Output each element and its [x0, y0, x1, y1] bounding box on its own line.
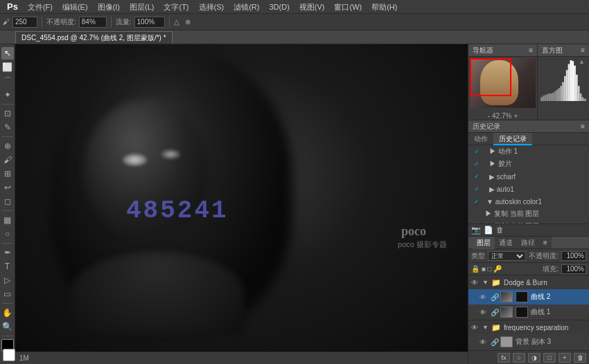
delete-history-icon[interactable]: 🗑 — [496, 226, 504, 235]
tool-select-rect[interactable]: ⬜ — [1, 61, 14, 73]
tab-actions[interactable]: 动作 — [468, 133, 493, 145]
menu-view[interactable]: 视图(V) — [295, 0, 329, 14]
tool-move[interactable]: ↖ — [1, 47, 14, 60]
menu-ps[interactable]: Ps — [3, 0, 22, 14]
histogram-header: 直方图 ≡ — [538, 44, 589, 57]
tool-hand[interactable]: ✋ — [1, 307, 14, 319]
layer-mask-button[interactable]: ○ — [513, 353, 525, 363]
history-label: ▼ autoskin color1 — [486, 198, 542, 206]
check-icon: ✓ — [474, 148, 481, 155]
tool-crop[interactable]: ⊡ — [1, 107, 14, 120]
menu-edit[interactable]: 编辑(E) — [58, 0, 92, 14]
history-label: ▶ scharf — [489, 173, 516, 181]
menu-image[interactable]: 图像(I) — [94, 0, 124, 14]
blend-mode-label: 类型 — [471, 251, 485, 261]
flow-input[interactable] — [134, 17, 165, 28]
history-item-auto1[interactable]: ✓ ▶ auto1 — [468, 183, 589, 195]
tab-paths[interactable]: 路径 — [517, 237, 539, 249]
tab-layers[interactable]: 图层 — [473, 237, 495, 249]
check-icon: ✓ — [474, 161, 481, 167]
new-layer-button[interactable]: + — [559, 353, 571, 363]
file-tab-active[interactable]: DSC_4554.psd @ 42.7% (曲线 2, 图层蒙版/*) * — [15, 31, 173, 44]
tool-eraser[interactable]: ◻ — [1, 195, 14, 208]
layer-fx-button[interactable]: fx — [498, 353, 510, 363]
layer-adjustment-button[interactable]: ◑ — [528, 353, 540, 363]
blend-mode-select[interactable]: 正常 — [488, 251, 526, 261]
tool-sep-2 — [2, 136, 13, 137]
eye-icon[interactable]: 👁 — [480, 293, 488, 301]
svg-rect-0 — [540, 98, 543, 101]
tool-sep-4 — [2, 243, 13, 244]
histogram-menu-icon[interactable]: ≡ — [581, 46, 585, 54]
tool-text[interactable]: T — [1, 260, 14, 273]
tool-eyedropper[interactable]: ✎ — [1, 121, 14, 134]
brush-size-input[interactable] — [12, 17, 37, 28]
menu-file[interactable]: 文件(F) — [24, 0, 57, 14]
layer-item-curve1[interactable]: 👁 🔗 曲线 1 — [468, 304, 589, 320]
layer-item-curve2[interactable]: 👁 🔗 曲线 2 — [468, 289, 589, 304]
svg-rect-2 — [545, 95, 547, 101]
eye-icon[interactable]: 👁 — [480, 338, 488, 346]
history-item-copy1[interactable]: ▶ 复制 当前 图层 — [468, 208, 589, 220]
layer-group-button[interactable]: □ — [543, 353, 556, 363]
toolbar-sep-2 — [111, 17, 112, 28]
folder-icon: 📁 — [491, 278, 501, 287]
menu-window[interactable]: 窗口(W) — [330, 0, 366, 14]
layer-item-bg-copy3[interactable]: 👁 🔗 背景 副本 3 — [468, 334, 589, 349]
history-actions: 📷 📄 🗑 — [471, 226, 504, 235]
tool-pen[interactable]: ✒ — [1, 246, 14, 259]
new-document-icon[interactable]: 📄 — [484, 226, 493, 235]
toolbar: 🖌 不透明度: 流量: △ ⊕ — [0, 14, 589, 30]
navigator-menu-icon[interactable]: ≡ — [529, 46, 533, 54]
svg-rect-6 — [552, 93, 554, 101]
layer-group-dodge-burn-header[interactable]: 👁 ▼ 📁 Dodge & Burn — [468, 275, 589, 289]
new-snapshot-icon[interactable]: 📷 — [471, 226, 481, 235]
tool-magic-wand[interactable]: ✦ — [1, 89, 14, 101]
history-item-film[interactable]: ✓ ▶ 胶片 — [468, 158, 589, 170]
history-header: 历史记录 ≡ — [468, 120, 589, 133]
eye-icon[interactable]: 👁 — [471, 279, 480, 286]
layers-panel-menu[interactable]: ≡ — [539, 237, 552, 248]
tool-lasso[interactable]: ⌒ — [1, 75, 14, 87]
tool-dodge[interactable]: ○ — [1, 228, 14, 240]
history-title: 历史记录 — [473, 122, 500, 131]
tool-path-select[interactable]: ▷ — [1, 274, 14, 286]
layer-group-freq-sep-header[interactable]: 👁 ▼ 📁 frequency separation — [468, 320, 589, 334]
layer-thumb — [500, 307, 513, 318]
eye-icon[interactable]: 👁 — [471, 324, 480, 331]
menu-select[interactable]: 选择(S) — [195, 0, 229, 14]
history-item-scharf[interactable]: ✓ ▶ scharf — [468, 170, 589, 183]
svg-rect-9 — [558, 88, 560, 101]
menu-help[interactable]: 帮助(H) — [367, 0, 401, 14]
tool-shape[interactable]: ▭ — [1, 288, 14, 300]
eye-icon[interactable]: 👁 — [480, 309, 488, 316]
history-label: ▶ 复制 当前 图层 — [485, 209, 539, 219]
background-color[interactable] — [3, 349, 15, 361]
tool-gradient[interactable]: ▦ — [1, 214, 14, 226]
group-name: frequency separation — [504, 324, 568, 331]
opacity-row: 🔒 ■ □ 🔑 填充: — [468, 263, 589, 275]
menu-text[interactable]: 文字(T) — [159, 0, 193, 14]
opacity-input[interactable] — [79, 17, 107, 28]
tab-channels[interactable]: 通道 — [495, 237, 517, 249]
tool-clone[interactable]: ⊞ — [1, 167, 14, 180]
history-item-autoskin[interactable]: ✓ ▼ autoskin color1 — [468, 195, 589, 208]
zoom-in-icon[interactable]: + — [511, 112, 520, 120]
tool-heal[interactable]: ⊕ — [1, 140, 14, 152]
zoom-out-icon[interactable]: - — [486, 112, 492, 120]
canvas-area[interactable]: 485241 poco poco 摄影专题 实用摄影技巧 FsBus.CoM h… — [15, 44, 468, 364]
history-menu-icon[interactable]: ≡ — [581, 122, 585, 130]
menu-layer[interactable]: 图层(L) — [125, 0, 158, 14]
tool-sep-6 — [2, 336, 13, 336]
tool-zoom[interactable]: 🔍 — [1, 320, 14, 333]
history-item-action1[interactable]: ✓ ▶ 动作 1 — [468, 145, 589, 158]
svg-rect-10 — [560, 86, 562, 101]
delete-layer-button[interactable]: 🗑 — [574, 353, 586, 363]
menu-3d[interactable]: 3D(D) — [265, 0, 293, 14]
tool-brush[interactable]: 🖌 — [1, 154, 14, 166]
tab-history[interactable]: 历史记录 — [493, 133, 532, 145]
menu-filter[interactable]: 滤镜(R) — [229, 0, 263, 14]
layer-opacity-input[interactable] — [561, 251, 586, 261]
tool-history-brush[interactable]: ↩ — [1, 181, 14, 194]
fill-input[interactable] — [561, 264, 586, 274]
